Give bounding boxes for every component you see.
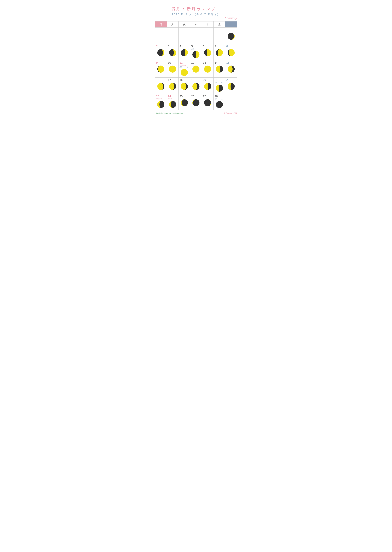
page: 満月 / 新月カレンダー 2025 年 ２ 月 （令和 ７ 年如月） Febru… [151, 2, 241, 117]
day-number: 19 [191, 78, 201, 82]
moon-phase-icon [204, 65, 212, 73]
moon-phase-container [168, 65, 177, 73]
calendar-cell [190, 28, 202, 44]
day-number: 10 [168, 61, 177, 65]
calendar-cell: 28新月（９：45） [214, 94, 225, 110]
moon-phase-container [226, 82, 236, 90]
day-number: 9 [156, 61, 166, 65]
moon-phase-container [168, 82, 177, 90]
svg-point-45 [182, 99, 187, 106]
calendar-cell: 11建国記念の日満月（22：54） [178, 60, 190, 78]
svg-point-31 [182, 83, 186, 90]
svg-point-5 [172, 49, 174, 56]
day-number: 21 [215, 78, 224, 82]
calendar-cell: 14 [214, 60, 225, 78]
moon-phase-icon [157, 100, 165, 108]
moon-phase-container [226, 32, 236, 40]
moon-phase-container [156, 49, 166, 57]
svg-point-17 [158, 65, 164, 73]
calendar-cell: 7 [214, 44, 225, 60]
moon-phase-container [180, 49, 189, 57]
moon-phase-container [180, 82, 189, 90]
calendar-cell: 26 [190, 94, 202, 110]
moon-phase-icon [192, 65, 200, 73]
svg-point-1 [228, 33, 234, 40]
calendar-cell: 18 [178, 78, 190, 94]
moon-phase-icon [227, 82, 235, 90]
calendar-cell: 3 [167, 44, 179, 60]
moon-phase-icon [216, 49, 223, 57]
title-en: February [155, 16, 237, 20]
svg-point-25 [230, 65, 232, 73]
moon-phase-container [215, 84, 224, 92]
calendar-cell: 20 [202, 78, 214, 94]
svg-point-27 [158, 83, 163, 90]
title-date: 2025 年 ２ 月 （令和 ７ 年如月） [155, 13, 237, 16]
calendar-cell [167, 28, 179, 44]
moon-phase-icon [192, 51, 200, 58]
day-number: 11 [180, 61, 189, 65]
moon-event: 新月（９：45） [215, 98, 224, 100]
calendar-cell: 12 [190, 60, 202, 78]
day-number: 8 [226, 45, 236, 48]
moon-phase-icon [169, 82, 176, 90]
moon-phase-container [203, 82, 212, 90]
day-number: 1 [226, 28, 236, 32]
moon-phase-icon [216, 65, 223, 73]
calendar-cell: 9 [155, 60, 167, 78]
calendar-cell: 23天皇誕生日 [155, 94, 167, 110]
day-number: 4 [180, 45, 189, 48]
holiday-label: 振替休日 [168, 98, 177, 100]
svg-point-11 [207, 49, 208, 56]
moon-phase-icon [204, 99, 212, 107]
moon-phase-icon [157, 82, 165, 90]
calendar-cell: 27 [202, 94, 214, 110]
day-number: 20 [203, 78, 212, 82]
weekday-header-0: 日 [155, 22, 167, 28]
moon-phase-icon [169, 100, 176, 108]
calendar-cell: 10 [167, 60, 179, 78]
moon-phase-container [156, 65, 166, 73]
day-number: 16 [156, 78, 166, 82]
svg-point-49 [204, 99, 211, 106]
holiday-label: 天皇誕生日 [156, 98, 166, 100]
svg-point-23 [218, 65, 220, 73]
weekday-header-4: 木 [202, 22, 214, 28]
moon-phase-icon [157, 49, 165, 57]
calendar-cell: 17 [167, 78, 179, 94]
svg-point-13 [218, 49, 221, 56]
day-number: 13 [203, 61, 212, 65]
svg-point-7 [184, 49, 185, 56]
title-jp: 満月 / 新月カレンダー [155, 6, 237, 12]
day-number: 23 [156, 95, 166, 98]
day-number: 15 [226, 61, 236, 65]
calendar-cell: 16 [155, 78, 167, 94]
moon-phase-icon [169, 49, 176, 57]
moon-phase-container [203, 65, 212, 73]
svg-point-18 [169, 65, 176, 73]
svg-point-50 [216, 101, 223, 108]
moon-phase-container [168, 49, 177, 57]
moon-phase-icon [227, 32, 235, 40]
moon-phase-icon [180, 69, 188, 76]
day-number: 12 [191, 61, 201, 65]
day-number: 24 [168, 95, 177, 98]
day-number: 18 [180, 78, 189, 82]
weekday-header-3: 水 [190, 22, 202, 28]
svg-point-15 [229, 49, 233, 56]
svg-point-47 [193, 99, 199, 106]
moon-phase-icon [180, 82, 188, 90]
moon-phase-container [180, 69, 189, 76]
moon-event: 下弦（２：33） [215, 82, 224, 84]
calendar-cell [214, 28, 225, 44]
moon-phase-container [203, 99, 212, 107]
day-number: 6 [203, 45, 212, 48]
calendar-cell: 19 [190, 78, 202, 94]
day-number: 7 [215, 45, 224, 48]
calendar-cell: 22 [225, 78, 237, 94]
calendar-cell [155, 28, 167, 44]
moon-phase-icon [216, 84, 223, 92]
weekday-header-1: 月 [167, 22, 179, 28]
calendar-cell: 21下弦（２：33） [214, 78, 225, 94]
calendar-table: 日月火水木金土 12345上弦（17：02）67891011建国記念の日満月（2… [155, 21, 237, 110]
